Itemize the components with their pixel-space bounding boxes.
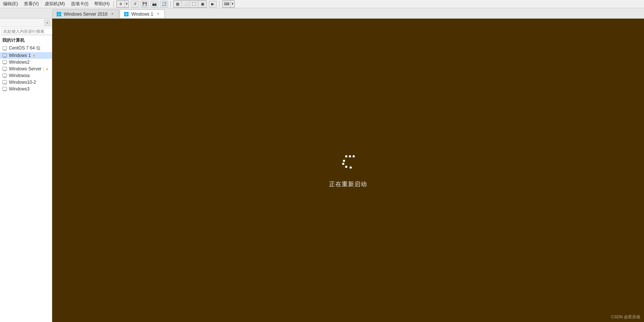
sidebar-item-windows-server[interactable]: Windows Server : ★ [0,66,52,72]
unity-button[interactable]: ▣ [198,1,206,7]
sidebar-item-windowsa[interactable]: Windowsa [0,72,52,79]
tab-windows-server-2016-label: Windows Server 2016 [64,12,107,17]
vm-icon-windows3 [2,86,7,92]
tab-windows-1-label: Windows 1 [131,12,153,17]
windows-1-tab-icon [124,12,129,17]
svg-rect-17 [3,77,6,78]
menu-help[interactable]: 帮助(H) [93,1,111,7]
toolbar-separator-3 [219,1,220,7]
tab-windows-1-close[interactable]: × [155,12,161,17]
menu-edit[interactable]: 编辑(E) [1,1,19,7]
restart-button[interactable]: ↺ [131,1,139,7]
svg-rect-8 [3,47,7,50]
suspend-button[interactable]: 💾 [141,1,149,7]
sidebar-section-label: 我的计算机 [0,36,52,44]
windows-server-tab-icon [56,12,61,17]
power-button-group: ⏸ ▼ [116,0,129,8]
sidebar-item-windows1-label: Windows 1 [9,53,31,58]
fullscreen-button[interactable]: ⛶ [190,1,198,7]
sidebar-item-centos-label: CentOS 7 64 位 [9,45,41,51]
sidebar-item-windows1-star: ★ [32,54,36,58]
svg-rect-10 [3,54,7,57]
svg-rect-7 [127,14,129,16]
vm-icon-windows-server [2,66,7,71]
vm-icon-windowsa [2,73,7,78]
sidebar-item-windows2-label: Windows2 [9,60,29,65]
sidebar-item-centos[interactable]: CentOS 7 64 位 [0,44,52,52]
svg-rect-19 [3,84,6,85]
dot-6 [345,166,347,168]
spinner-dots [337,152,359,175]
restarting-text: 正在重新启动 [329,181,367,188]
svg-rect-21 [3,90,6,91]
vm-icon-centos [2,46,7,51]
dot-1 [345,155,347,157]
svg-rect-15 [3,70,6,71]
sidebar-item-windows1[interactable]: Windows 1 ★ [0,52,52,59]
toolbar-separator-2 [170,1,171,7]
svg-rect-6 [124,14,126,16]
svg-rect-12 [3,60,7,64]
dot-2 [349,155,351,157]
terminal-button[interactable]: ▶ [209,1,217,7]
sidebar-header: × [0,19,52,27]
sidebar-close-button[interactable]: × [44,20,50,26]
sidebar-item-windows10-2-label: Windows10-2 [9,80,36,85]
display-button-group: ▦ ⬜ ⛶ ▣ [173,0,207,8]
sidebar-item-windows3[interactable]: Windows3 [0,86,52,92]
menu-bar: 编辑(E) 查看(V) 虚拟机(M) 选项卡(I) 帮助(H) [1,1,111,7]
svg-rect-16 [3,74,7,77]
restarting-container: 正在重新启动 [329,152,367,188]
sidebar: × ▼ 我的计算机 CentOS 7 64 位 Windows 1 ★ [0,19,52,322]
svg-rect-4 [124,12,126,14]
toolbar-separator-1 [113,1,114,7]
svg-rect-20 [3,87,7,90]
console-button[interactable]: ▦ [174,1,182,7]
sidebar-search-input[interactable] [1,28,57,35]
svg-rect-3 [59,14,61,16]
svg-rect-13 [3,64,6,64]
dot-7 [350,166,352,169]
svg-rect-0 [57,12,59,14]
vm-icon-windows1 [2,53,7,58]
sidebar-search-bar: ▼ [0,27,52,36]
sidebar-item-windows3-label: Windows3 [9,86,29,92]
menu-tabs[interactable]: 选项卡(I) [69,1,90,7]
tab-windows-1[interactable]: Windows 1 × [120,9,165,18]
window-button[interactable]: ⬜ [182,1,190,7]
sidebar-item-windows2[interactable]: Windows2 [0,59,52,66]
svg-rect-14 [3,67,7,70]
toolbar: 编辑(E) 查看(V) 虚拟机(M) 选项卡(I) 帮助(H) ⏸ ▼ ↺ 💾 … [0,0,644,8]
svg-rect-18 [3,80,7,84]
sidebar-item-windows10-2[interactable]: Windows10-2 [0,79,52,86]
sidebar-item-windows-server-star: ★ [45,67,49,71]
snapshot-button[interactable]: 📷 [150,1,158,7]
svg-rect-1 [59,12,61,14]
dot-3 [353,155,355,157]
send-keys-button[interactable]: ⌨ [222,1,231,7]
pause-button[interactable]: ⏸ [117,1,125,7]
extra-button-group: ⌨ ▼ [222,0,235,8]
tab-windows-server-2016[interactable]: Windows Server 2016 × [52,9,119,18]
svg-rect-2 [57,14,59,16]
svg-rect-9 [3,50,6,51]
svg-rect-5 [127,12,129,14]
main-area: × ▼ 我的计算机 CentOS 7 64 位 Windows 1 ★ [0,19,644,322]
svg-rect-11 [3,57,6,58]
vm-icon-windows10-2 [2,80,7,85]
dot-4 [343,160,345,162]
snapshot2-button[interactable]: 🔄 [160,1,168,7]
tab-windows-server-2016-close[interactable]: × [110,12,115,17]
sidebar-item-windowsa-label: Windowsa [9,73,29,78]
dropdown2-button[interactable]: ▼ [231,1,234,7]
dropdown-button[interactable]: ▼ [125,1,129,7]
watermark: CSDN @星辰镜 [611,314,640,320]
dot-5 [342,163,344,165]
sidebar-item-windows-server-label: Windows Server : [9,66,44,71]
menu-view[interactable]: 查看(V) [22,1,40,7]
vm-icon-windows2 [2,60,7,65]
tab-bar: Windows Server 2016 × Windows 1 × [0,8,644,19]
menu-vm[interactable]: 虚拟机(M) [43,1,66,7]
vm-display-area[interactable]: 正在重新启动 CSDN @星辰镜 [52,19,644,322]
